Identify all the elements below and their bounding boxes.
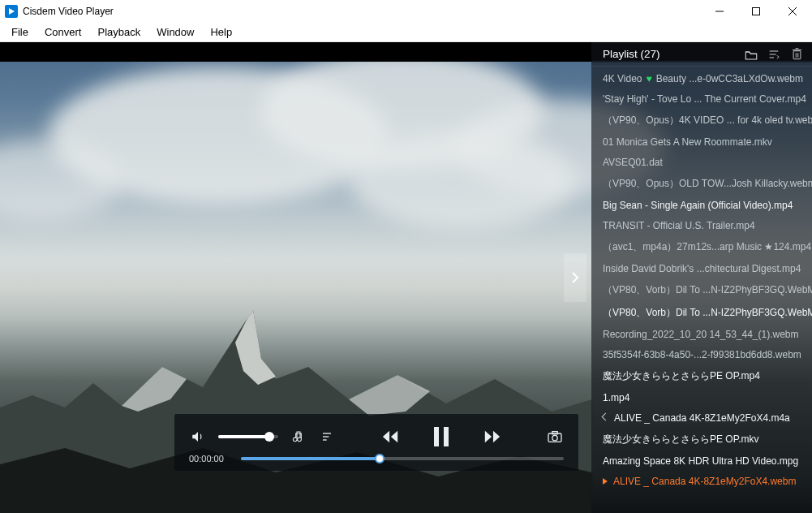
svg-rect-25 bbox=[793, 51, 801, 59]
playlist-panel: Playlist (27) 4K Video♥Beauty ...e-0wCC3… bbox=[591, 42, 812, 513]
playlist-item-label: （VP80、Vorb）Dil To ...N-IZ2PhyBF3GQ.WebM bbox=[603, 306, 812, 320]
menubar: File Convert Playback Window Help bbox=[0, 23, 812, 42]
window-title: Cisdem Video Player bbox=[23, 6, 701, 17]
playlist-item-label: 魔法少女きららとさららPE OP.mkv bbox=[603, 433, 758, 446]
playlist-item-label: ALIVE _ Canada 4K-8Z1eMy2FoX4.m4a bbox=[614, 412, 790, 424]
svg-rect-21 bbox=[552, 432, 557, 434]
snapshot-button[interactable] bbox=[546, 428, 564, 446]
volume-slider[interactable] bbox=[218, 435, 278, 438]
pause-button[interactable] bbox=[430, 425, 453, 448]
menu-convert[interactable]: Convert bbox=[37, 24, 90, 41]
maximize-button[interactable] bbox=[737, 0, 774, 23]
sort-icon[interactable] bbox=[767, 47, 781, 62]
playlist-item[interactable]: 魔法少女きららとさららPE OP.mkv bbox=[591, 428, 812, 450]
audio-settings-icon[interactable] bbox=[290, 428, 307, 446]
playlist-item[interactable]: ALIVE _ Canada 4K-8Z1eMy2FoX4.m4a bbox=[591, 407, 812, 428]
svg-marker-18 bbox=[493, 431, 500, 443]
delete-icon[interactable] bbox=[789, 47, 804, 62]
playlist-item-label: 4K Video bbox=[603, 73, 642, 84]
playlist-item-label: ALIVE _ Canada 4K-8Z1eMy2FoX4.webm bbox=[613, 476, 796, 487]
player-controls: 00:00:00 bbox=[174, 414, 578, 471]
playlist-item-label: 'Stay High' - Tove Lo ... The Current Co… bbox=[603, 93, 806, 105]
playlist-item[interactable]: 1.mp4 bbox=[591, 387, 812, 407]
playlist-item[interactable]: Big Sean - Single Again (Official Video)… bbox=[591, 195, 812, 215]
svg-point-20 bbox=[552, 435, 557, 440]
playlist-title: Playlist (27) bbox=[603, 48, 660, 60]
svg-marker-17 bbox=[485, 431, 492, 443]
current-time-label: 00:00:00 bbox=[189, 454, 231, 463]
app-icon bbox=[5, 5, 18, 18]
playlist-item[interactable]: （VP80、Vorb）Dil To ...N-IZ2PhyBF3GQ.WebM bbox=[591, 301, 812, 324]
playlist-item-label: Amazing Space 8K HDR Ultra HD Video.mpg bbox=[603, 455, 798, 467]
playlist-item-label: （VP90、Opus）OLD TOW...Josh Killacky.webm bbox=[603, 177, 812, 191]
fast-forward-button[interactable] bbox=[483, 428, 501, 446]
playlist-item[interactable]: 魔法少女きららとさららPE OP.mp4 bbox=[591, 364, 812, 387]
playlist-item[interactable]: （VP90、Opus）OLD TOW...Josh Killacky.webm bbox=[591, 172, 812, 195]
playlist-item[interactable]: Amazing Space 8K HDR Ultra HD Video.mpg bbox=[591, 450, 812, 471]
playlist-item-label: Inside David Dobrik's ...chitectural Dig… bbox=[603, 263, 801, 274]
playlist-item-label: Big Sean - Single Again (Official Video)… bbox=[603, 200, 793, 211]
playlist-item[interactable]: （VP90、Opus）4K VIDEO ... for 4k oled tv.w… bbox=[591, 109, 812, 131]
playlist-item-label: （VP80、Vorb）Dil To ...N-IZ2PhyBF3GQ.WebM bbox=[603, 283, 812, 297]
playlist-item[interactable]: 01 Monica Gets A New Roommate.mkv bbox=[591, 131, 812, 152]
playlist-item-label: 01 Monica Gets A New Roommate.mkv bbox=[603, 136, 772, 148]
playlist-item[interactable]: （VP80、Vorb）Dil To ...N-IZ2PhyBF3GQ.WebM bbox=[591, 278, 812, 301]
video-viewport[interactable]: 00:00:00 Playlist (27) 4K Video♥Beauty .… bbox=[0, 42, 812, 513]
playlist-toggle-icon[interactable] bbox=[319, 428, 337, 446]
playlist-item[interactable]: ALIVE _ Canada 4K-8Z1eMy2FoX4.webm bbox=[591, 471, 812, 491]
next-video-button[interactable] bbox=[564, 253, 586, 302]
playlist-item[interactable]: 35f5354f-63b8-4a50-...2-f99381bd6dd8.web… bbox=[591, 344, 812, 364]
playlist-item[interactable]: 4K Video♥Beauty ...e-0wCC3aLXdOw.webm bbox=[591, 68, 812, 88]
heart-icon: ♥ bbox=[647, 73, 652, 84]
svg-rect-16 bbox=[444, 427, 449, 446]
playlist-item[interactable]: AVSEQ01.dat bbox=[591, 152, 812, 172]
playlist-item[interactable]: Recording_2022_10_20 14_53_44_(1).webm bbox=[591, 324, 812, 344]
minimize-button[interactable] bbox=[701, 0, 737, 23]
playlist-header: Playlist (27) bbox=[591, 42, 812, 67]
playlist-item[interactable]: Inside David Dobrik's ...chitectural Dig… bbox=[591, 258, 812, 278]
rewind-button[interactable] bbox=[381, 428, 399, 446]
playlist-item-label: AVSEQ01.dat bbox=[603, 157, 663, 168]
volume-icon[interactable] bbox=[189, 428, 207, 446]
svg-marker-14 bbox=[391, 431, 397, 443]
chevron-down-icon bbox=[602, 413, 610, 421]
playlist-item-label: （avc1、mp4a）27m12s...arp Music ★124.mp4 bbox=[603, 240, 811, 254]
playlist-item-label: （VP90、Opus）4K VIDEO ... for 4k oled tv.w… bbox=[603, 114, 812, 127]
playlist-item-label: 35f5354f-63b8-4a50-...2-f99381bd6dd8.web… bbox=[603, 349, 801, 360]
now-playing-icon bbox=[603, 478, 608, 485]
progress-slider[interactable] bbox=[241, 457, 564, 460]
svg-rect-15 bbox=[434, 427, 439, 446]
playlist-item[interactable]: 'Stay High' - Tove Lo ... The Current Co… bbox=[591, 88, 812, 109]
svg-marker-13 bbox=[383, 431, 389, 443]
playlist-item-label: 魔法少女きららとさららPE OP.mp4 bbox=[603, 369, 760, 383]
playlist-item-label: TRANSIT - Official U.S. Trailer.mp4 bbox=[603, 220, 755, 231]
titlebar[interactable]: Cisdem Video Player bbox=[0, 0, 812, 23]
playlist-item-label: 1.mp4 bbox=[603, 392, 629, 403]
playlist-item-label: Recording_2022_10_20 14_53_44_(1).webm bbox=[603, 329, 799, 340]
open-folder-icon[interactable] bbox=[744, 47, 758, 62]
playlist-item[interactable]: （avc1、mp4a）27m12s...arp Music ★124.mp4 bbox=[591, 235, 812, 258]
svg-marker-0 bbox=[9, 8, 15, 15]
playlist-items[interactable]: 4K Video♥Beauty ...e-0wCC3aLXdOw.webm'St… bbox=[591, 67, 812, 513]
playlist-item[interactable]: TRANSIT - Official U.S. Trailer.mp4 bbox=[591, 215, 812, 235]
menu-window[interactable]: Window bbox=[148, 24, 202, 41]
menu-playback[interactable]: Playback bbox=[89, 24, 148, 41]
playlist-item-suffix: Beauty ...e-0wCC3aLXdOw.webm bbox=[656, 73, 803, 84]
close-button[interactable] bbox=[774, 0, 810, 23]
menu-file[interactable]: File bbox=[3, 24, 37, 41]
menu-help[interactable]: Help bbox=[202, 24, 240, 41]
svg-rect-2 bbox=[752, 8, 759, 15]
